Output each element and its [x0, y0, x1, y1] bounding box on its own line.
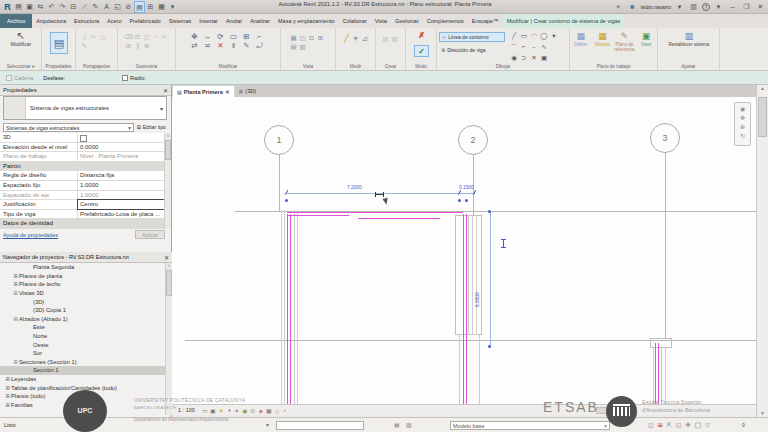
minimize-button[interactable]: – [727, 1, 738, 13]
wall-edge[interactable] [281, 210, 282, 410]
displace-icon[interactable]: ⊞ [316, 33, 325, 42]
wall-edge[interactable] [472, 215, 473, 335]
default-3d-view-icon[interactable]: ◱ [112, 1, 123, 13]
beam-direction-symbol[interactable] [501, 239, 506, 248]
direccion-viga-button[interactable]: ≣ Dirección de viga [439, 45, 505, 55]
wall-joins-icon[interactable]: ⌐ [151, 32, 160, 41]
copy-icon[interactable]: ⇄ [188, 41, 201, 50]
filter-combo[interactable]: Sistemas de vigas estructurales ▾ [3, 123, 134, 132]
ribbon-tab[interactable]: Colaborar [339, 14, 371, 28]
temporary-hide-icon[interactable]: ⊙ [249, 407, 257, 414]
browser-tree-item[interactable]: ⊞ Planos de techo [0, 280, 172, 289]
browser-tree-item[interactable]: (3D) [0, 297, 172, 306]
pin-icon[interactable]: ⤾ [253, 41, 266, 50]
dimension-label-8-0000[interactable]: 8.0000 [475, 247, 480, 307]
scale-button[interactable]: 1 : 100 [178, 407, 195, 413]
ribbon-tab[interactable]: Prefabricado [125, 14, 164, 28]
pick-support-icon[interactable]: ▣ [539, 53, 549, 62]
array-icon[interactable]: ⊞ [240, 32, 253, 41]
search-icon[interactable]: ⌖ [613, 1, 624, 13]
thin-lines-icon[interactable]: ▤ [134, 1, 145, 13]
copy-icon[interactable]: ◫ [98, 32, 107, 41]
browser-tree-item[interactable]: Planta Segunda [0, 263, 172, 272]
app-store-icon[interactable]: ▥ [688, 1, 699, 13]
type-selector[interactable]: Sistema de vigas estructurales ▾ [3, 96, 167, 120]
spline-icon[interactable]: ∿ [539, 42, 549, 51]
property-row[interactable]: Justificación Centro [0, 200, 165, 210]
rewind-icon[interactable]: ↻ [740, 132, 745, 139]
temporary-properties-icon[interactable]: ▦ [265, 407, 273, 414]
measure-icon[interactable]: ╱ [342, 34, 351, 43]
finish-sketch-button[interactable]: ✓ [414, 45, 429, 57]
ribbon-tab[interactable]: Gestionar [391, 14, 423, 28]
dimension-label-7-2000[interactable]: 7.2000 [347, 185, 362, 190]
pick-walls-icon[interactable]: ✕ [529, 53, 539, 62]
drawing-area[interactable]: 1 2 3 [172, 97, 756, 415]
grid-line-1[interactable] [279, 155, 280, 211]
close-button[interactable]: ✕ [755, 1, 766, 13]
dimension-icon[interactable]: ⊿ [360, 34, 369, 43]
save-icon[interactable]: ▣ [24, 1, 35, 13]
browser-close-icon[interactable]: ✕ [164, 254, 169, 261]
delete-icon[interactable]: ✕ [214, 41, 227, 50]
ribbon-tab[interactable]: Arquitectura [32, 14, 70, 28]
start-end-arc-icon[interactable]: ⌣ [529, 42, 539, 51]
type-selector-caret-icon[interactable]: ▾ [160, 105, 166, 112]
tangent-arc-icon[interactable]: ⌐ [519, 42, 529, 51]
ribbon-tab[interactable]: Estructura [70, 14, 103, 28]
beam-system-boundary-line[interactable] [287, 215, 349, 216]
align-icon[interactable]: ‖ [227, 41, 240, 50]
browser-tree-item[interactable]: Este [0, 323, 172, 332]
definir-button[interactable]: ▦ Definir [570, 31, 592, 52]
section-icon[interactable]: ⊘ [123, 1, 134, 13]
ribbon-tab[interactable]: Anotar [222, 14, 246, 28]
property-row[interactable]: Plano de trabajo Nivel : Planta Primera [0, 152, 165, 162]
text-icon[interactable]: A [101, 1, 112, 13]
beam-system-boundary-line[interactable] [290, 214, 291, 410]
browser-tree-item[interactable]: Sección 1 [0, 366, 172, 375]
links-icon[interactable]: ◱ [676, 421, 682, 428]
crop-view-icon[interactable]: ✦ [233, 407, 241, 414]
property-row[interactable]: Elevación desde el nivel 0.0000 [0, 143, 165, 153]
revit-logo[interactable]: R [2, 1, 13, 13]
draw-more-icon[interactable]: ▾ [549, 31, 559, 40]
redo-icon[interactable]: ↷ [57, 1, 68, 13]
ribbon-tab[interactable]: Enscape™ [468, 14, 503, 28]
linework-icon[interactable]: ⊡ [307, 33, 316, 42]
browser-tree-item[interactable]: ⊟ Vistas 3D [0, 289, 172, 298]
signed-in-user[interactable]: isidro.navarro [641, 4, 671, 10]
undo-icon[interactable]: ↶ [46, 1, 57, 13]
ribbon-tab[interactable]: Acero [103, 14, 125, 28]
pick-lines-icon[interactable]: ⊃ [519, 53, 529, 62]
reveal-icon[interactable]: ▤ [289, 42, 298, 51]
cope-icon[interactable]: ⌫ [124, 32, 133, 41]
demolish-icon[interactable]: ✂ [160, 32, 169, 41]
unjoin-icon[interactable]: ≣ [142, 41, 151, 50]
sun-path-icon[interactable]: ☀ [217, 407, 225, 414]
zoom-in-icon[interactable]: ⊕ [740, 123, 745, 130]
help-caret-icon[interactable]: ▾ [713, 1, 724, 13]
grid-bubble-3[interactable]: 3 [650, 123, 680, 153]
worksharing-icon[interactable]: ◫ [648, 421, 654, 428]
linea-contorno-button[interactable]: ∿ Línea de contorno [439, 32, 505, 42]
ribbon-tab[interactable]: Archivo [0, 14, 32, 28]
modify-button[interactable]: ↖ Modificar [4, 30, 38, 47]
property-row[interactable]: Regla de diseño Distancia fija [0, 171, 165, 181]
beam-system-boundary-line[interactable] [287, 214, 288, 410]
status-search-field[interactable] [276, 421, 364, 430]
ribbon-tab[interactable]: Complementos [423, 14, 468, 28]
match-icon[interactable]: ✎ [80, 41, 89, 50]
view-tab-3d[interactable]: ▣ (3D) [235, 85, 261, 97]
property-row[interactable]: Tipo de viga Prefabricado-Losa de placa … [0, 210, 165, 220]
split-icon[interactable]: ✎ [240, 41, 253, 50]
ribbon-tab[interactable]: Masa y emplazamiento [274, 14, 339, 28]
property-row[interactable]: Datos de identidad [0, 219, 165, 229]
beam-system-boundary-line[interactable] [358, 218, 440, 219]
help-icon[interactable]: ? [702, 3, 710, 11]
rectangle-tool-icon[interactable]: ▭ [519, 31, 529, 40]
scrollbar-thumb[interactable] [758, 97, 767, 137]
customize-qat-icon[interactable]: ▾ [167, 1, 178, 13]
visual-style-icon[interactable]: ▣ [209, 407, 217, 414]
fillet-arc-icon[interactable]: ⌒ [509, 42, 519, 51]
restore-button[interactable]: ❐ [741, 1, 752, 13]
